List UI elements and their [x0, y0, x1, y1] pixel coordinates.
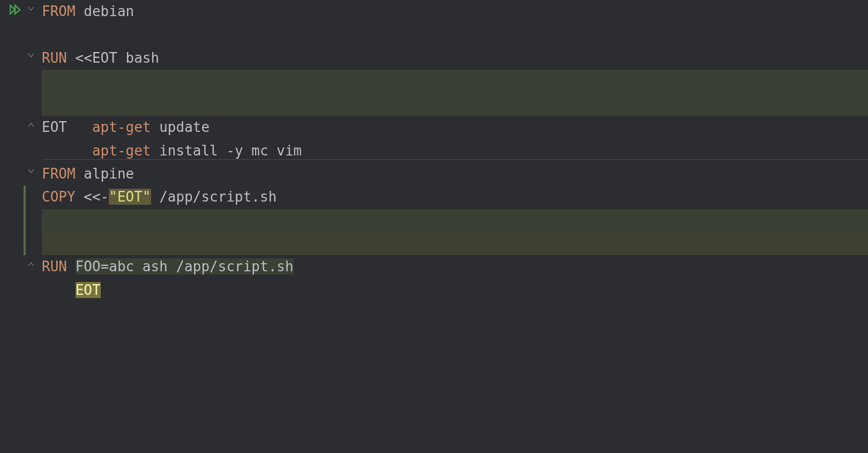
change-marker	[24, 185, 26, 255]
code-line[interactable]: COPY <<-"EOT" /app/script.sh	[42, 185, 868, 209]
code-line[interactable]: EOT	[42, 116, 868, 139]
embedded-highlight	[42, 209, 868, 232]
embedded-highlight	[42, 232, 868, 255]
code-line[interactable]: FROM debian	[42, 0, 868, 23]
code-line[interactable]: apt-get update	[42, 70, 868, 93]
heredoc-op: <<-	[76, 189, 109, 205]
code-line[interactable]: RUN FOO=abc ash /app/script.sh	[42, 255, 868, 278]
dockerfile-keyword: RUN	[42, 258, 67, 274]
fold-down-icon[interactable]	[28, 168, 34, 174]
gutter	[0, 0, 27, 453]
run-icon[interactable]	[10, 3, 21, 18]
code-line[interactable]: echo Hello ${FOD}	[42, 209, 868, 232]
copy-dest: /app/script.sh	[151, 189, 277, 205]
code-line[interactable]	[42, 139, 868, 162]
fold-gutter	[27, 0, 42, 453]
dockerfile-keyword: FROM	[42, 3, 76, 19]
code-editor[interactable]: FROM debian RUN <<EOT bash apt-get updat…	[42, 0, 868, 279]
dockerfile-keyword: RUN	[42, 50, 67, 66]
shell-command-line: FOO=abc ash /app/script.sh	[76, 258, 294, 274]
code-line[interactable]: FROM alpine	[42, 162, 868, 185]
image-name: debian	[76, 3, 134, 19]
image-name: alpine	[76, 166, 134, 182]
code-line[interactable]: apt-get install -y mc vim	[42, 93, 868, 116]
dockerfile-keyword: FROM	[42, 166, 76, 182]
fold-down-icon[interactable]	[28, 5, 34, 12]
code-line[interactable]: EOT	[42, 232, 868, 255]
embedded-highlight	[42, 70, 868, 93]
space	[67, 258, 76, 274]
heredoc-end: EOT	[42, 119, 67, 135]
fold-down-icon[interactable]	[28, 52, 34, 58]
heredoc-end: EOT	[76, 282, 101, 298]
heredoc-start: <<EOT bash	[67, 50, 159, 66]
heredoc-delimiter: "EOT"	[109, 189, 151, 205]
embedded-highlight	[42, 93, 868, 116]
dockerfile-keyword: COPY	[42, 189, 76, 205]
code-line[interactable]	[42, 23, 868, 46]
code-line[interactable]: RUN <<EOT bash	[42, 47, 868, 70]
fold-up-icon[interactable]	[28, 261, 34, 268]
fold-up-icon[interactable]	[28, 122, 34, 128]
